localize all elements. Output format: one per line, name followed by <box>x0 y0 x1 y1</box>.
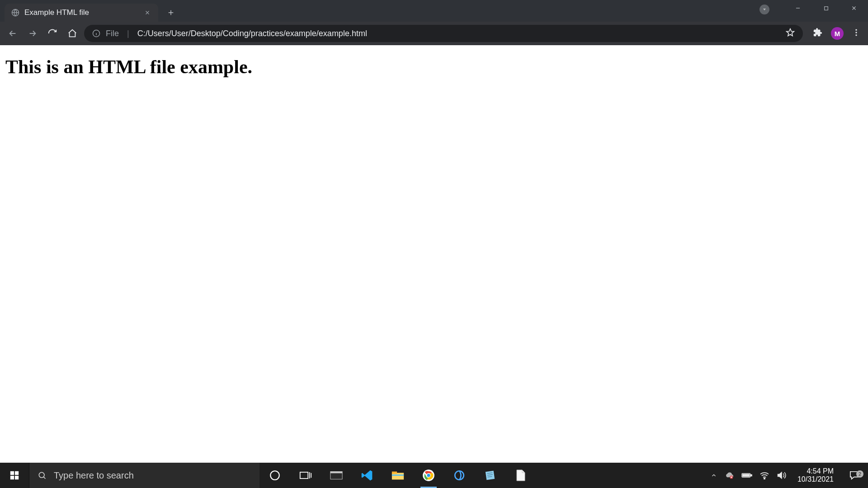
new-tab-button[interactable] <box>165 6 177 19</box>
svg-rect-25 <box>750 474 752 476</box>
window-close-button[interactable] <box>840 0 868 16</box>
tray-battery-icon[interactable] <box>741 472 752 479</box>
reload-button[interactable] <box>44 25 61 42</box>
url-path: C:/Users/User/Desktop/Coding/practices/e… <box>137 29 367 38</box>
svg-rect-7 <box>15 471 19 475</box>
toolbar-right: M <box>807 27 863 40</box>
browser-toolbar: File | C:/Users/User/Desktop/Coding/prac… <box>0 22 868 45</box>
search-icon <box>38 471 47 480</box>
svg-rect-8 <box>10 476 14 479</box>
svg-rect-9 <box>15 476 19 479</box>
taskbar-notepad-icon[interactable] <box>475 463 505 488</box>
svg-rect-14 <box>330 472 342 474</box>
window-minimize-button[interactable] <box>784 0 812 16</box>
chrome-menu-icon[interactable] <box>852 28 861 39</box>
home-button[interactable] <box>64 25 80 42</box>
search-placeholder: Type here to search <box>54 470 134 481</box>
system-tray: 4:54 PM 10/31/2021 2 <box>707 463 868 488</box>
window-maximize-button[interactable] <box>812 0 840 16</box>
tab-strip-actions <box>158 4 177 22</box>
taskbar-file-explorer-icon[interactable] <box>382 463 413 488</box>
clock-time: 4:54 PM <box>797 467 834 475</box>
svg-point-10 <box>39 472 44 478</box>
svg-rect-6 <box>10 471 14 475</box>
page-heading: This is an HTML file example. <box>5 56 863 78</box>
taskbar-clock[interactable]: 4:54 PM 10/31/2021 <box>794 467 837 484</box>
svg-point-21 <box>455 471 464 480</box>
tray-overflow-icon[interactable] <box>711 472 717 479</box>
taskbar-terminal-icon[interactable] <box>321 463 352 488</box>
account-status-icon[interactable] <box>760 5 769 14</box>
taskbar-vscode-icon[interactable] <box>352 463 382 488</box>
taskbar-search[interactable]: Type here to search <box>29 463 259 488</box>
svg-rect-12 <box>300 472 308 479</box>
svg-point-11 <box>270 471 279 480</box>
svg-rect-17 <box>392 474 404 476</box>
taskbar-cortana-icon[interactable] <box>259 463 290 488</box>
taskbar-apps <box>259 463 536 488</box>
address-bar[interactable]: File | C:/Users/User/Desktop/Coding/prac… <box>84 25 803 42</box>
start-button[interactable] <box>0 463 29 488</box>
taskbar-app-generic-icon[interactable] <box>444 463 475 488</box>
forward-button[interactable] <box>24 25 41 42</box>
tab-title: Example HTML file <box>24 8 89 17</box>
svg-rect-15 <box>392 473 404 479</box>
browser-titlebar: Example HTML file <box>0 0 868 22</box>
window-controls <box>760 0 868 22</box>
svg-rect-22 <box>486 471 495 480</box>
window-frame: Example HTML file <box>0 0 868 488</box>
site-info-icon[interactable] <box>92 29 100 38</box>
close-tab-icon[interactable] <box>143 8 152 17</box>
tray-wifi-icon[interactable] <box>760 471 769 479</box>
url-separator: | <box>124 29 132 38</box>
profile-avatar[interactable]: M <box>831 27 844 40</box>
notification-badge: 2 <box>856 470 863 478</box>
taskbar-chrome-icon[interactable] <box>413 463 444 488</box>
back-button[interactable] <box>5 25 21 42</box>
url-scheme: File <box>106 29 119 38</box>
page-body: This is an HTML file example. <box>0 45 868 463</box>
extensions-icon[interactable] <box>813 28 823 39</box>
tray-volume-icon[interactable] <box>777 471 787 480</box>
taskbar-document-icon[interactable] <box>505 463 536 488</box>
browser-tab-active[interactable]: Example HTML file <box>5 4 158 22</box>
svg-point-3 <box>855 29 857 31</box>
svg-rect-26 <box>742 474 749 476</box>
action-center-icon[interactable]: 2 <box>844 470 864 480</box>
svg-rect-1 <box>824 6 828 10</box>
bookmark-star-icon[interactable] <box>786 28 795 39</box>
clock-date: 10/31/2021 <box>797 475 834 483</box>
svg-point-27 <box>764 478 765 479</box>
svg-point-4 <box>855 32 857 33</box>
tray-onedrive-icon[interactable] <box>724 471 734 479</box>
taskbar-task-view-icon[interactable] <box>290 463 321 488</box>
windows-taskbar: Type here to search <box>0 463 868 488</box>
svg-rect-16 <box>392 472 397 474</box>
globe-icon <box>11 8 20 17</box>
svg-point-5 <box>855 34 857 36</box>
